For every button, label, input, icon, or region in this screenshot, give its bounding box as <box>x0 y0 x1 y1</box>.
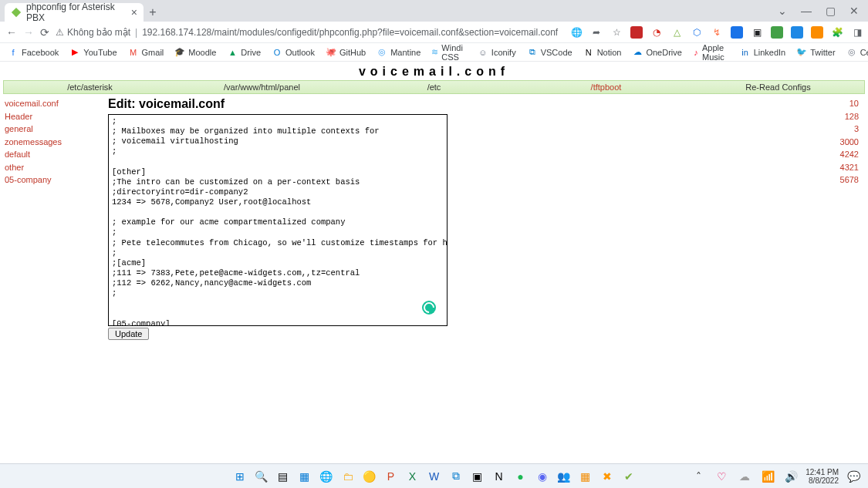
bookmark-item[interactable]: ◎Centered <box>846 47 868 58</box>
bookmark-label: Mantine <box>390 48 420 57</box>
bookmark-item[interactable]: ▶YouTube <box>69 47 117 58</box>
warning-icon: ⚠ <box>56 27 64 38</box>
bookmark-item[interactable]: ♪Apple Music <box>693 43 729 62</box>
bookmark-item[interactable]: 🎓Moodle <box>174 47 216 58</box>
window-minimize-icon[interactable]: — <box>801 5 812 17</box>
bookmark-icon: ⧉ <box>527 47 538 58</box>
bookmark-icon: 🎓 <box>174 47 185 58</box>
bookmark-label: Centered <box>860 48 868 57</box>
browser-tab-strip: phpconfig for Asterisk PBX × + ⌄ — ▢ ✕ <box>0 0 868 22</box>
section-link[interactable]: voicemail.conf <box>5 97 105 110</box>
line-link[interactable]: 4321 <box>817 161 859 174</box>
bookmark-icon: ☺ <box>478 47 488 58</box>
line-link[interactable]: 10 <box>817 97 859 110</box>
ext-icon[interactable] <box>811 26 823 39</box>
nav-path-link[interactable]: /tftpboot <box>520 82 692 92</box>
bookmark-label: Windi CSS <box>441 43 467 62</box>
tab-title: phpconfig for Asterisk PBX <box>26 2 127 23</box>
bookmark-item[interactable]: ⧉VSCode <box>527 47 572 58</box>
bookmark-label: OneDrive <box>646 48 681 57</box>
section-link[interactable]: default <box>5 148 105 161</box>
edit-heading: Edit: voicemail.conf <box>108 97 817 111</box>
ext-icon[interactable]: ▣ <box>751 26 763 39</box>
nav-path-link[interactable]: /etc/asterisk <box>4 82 176 92</box>
bookmark-label: Notion <box>597 48 622 57</box>
bookmark-icon: ≋ <box>431 47 438 58</box>
section-list: voicemail.confHeadergeneralzonemessagesd… <box>5 97 105 340</box>
nav-forward-icon[interactable]: → <box>23 26 34 39</box>
bookmark-icon: ▲ <box>227 47 238 58</box>
bookmark-item[interactable]: MGmail <box>128 47 164 58</box>
bookmark-item[interactable]: ☺Iconify <box>478 47 516 58</box>
window-maximize-icon[interactable]: ▢ <box>826 5 836 17</box>
nav-path-link[interactable]: /etc <box>348 82 520 92</box>
bookmark-item[interactable]: 🐙GitHub <box>326 47 366 58</box>
security-indicator[interactable]: ⚠ Không bảo mật <box>56 27 130 38</box>
bookmark-item[interactable]: OOutlook <box>272 47 315 58</box>
tab-favicon <box>11 7 22 18</box>
bookmark-icon: ☁ <box>632 47 643 58</box>
security-label: Không bảo mật <box>67 27 130 38</box>
ext-icon[interactable]: △ <box>670 26 683 39</box>
bookmark-label: Twitter <box>810 48 835 57</box>
section-link[interactable]: other <box>5 161 105 174</box>
update-button[interactable]: Update <box>108 328 149 340</box>
bookmark-item[interactable]: inLinkedIn <box>740 47 786 58</box>
bookmark-star-icon[interactable]: ☆ <box>610 26 623 39</box>
ext-icon[interactable] <box>791 26 803 39</box>
line-link[interactable]: 128 <box>817 110 859 123</box>
bookmark-item[interactable]: NNotion <box>583 47 622 58</box>
line-link[interactable]: 3 <box>817 123 859 136</box>
share-icon[interactable]: ➦ <box>590 26 603 39</box>
nav-path-link[interactable]: Re-Read Configs <box>692 82 864 92</box>
bookmark-icon: f <box>8 47 19 58</box>
bookmark-item[interactable]: 🐦Twitter <box>796 47 835 58</box>
extensions-icon[interactable]: 🧩 <box>831 26 843 39</box>
line-link[interactable]: 4242 <box>817 148 859 161</box>
bookmark-icon: ▶ <box>69 47 80 58</box>
bookmark-label: LinkedIn <box>754 48 786 57</box>
section-link[interactable]: Header <box>5 110 105 123</box>
bookmark-item[interactable]: ≋Windi CSS <box>431 43 467 62</box>
translate-icon[interactable]: 🌐 <box>570 26 583 39</box>
bookmark-icon: 🐦 <box>796 47 807 58</box>
nav-path-link[interactable]: /var/www/html/panel <box>176 82 348 92</box>
window-close-icon[interactable]: ✕ <box>849 5 859 17</box>
section-link[interactable]: general <box>5 123 105 136</box>
bookmark-label: Iconify <box>491 48 516 57</box>
grammarly-icon[interactable] <box>422 301 436 315</box>
section-link[interactable]: 05-company <box>5 173 105 187</box>
bookmark-item[interactable]: fFacebook <box>8 47 59 58</box>
browser-tab[interactable]: phpconfig for Asterisk PBX × <box>5 3 144 22</box>
ext-icon[interactable] <box>731 26 743 39</box>
new-tab-button[interactable]: + <box>144 3 162 22</box>
nav-back-icon[interactable]: ← <box>6 26 17 39</box>
editor-container: ; ; Mailboxes may be organized into mult… <box>108 114 448 326</box>
section-link[interactable]: zonemessages <box>5 136 105 149</box>
bookmark-item[interactable]: ☁OneDrive <box>632 47 681 58</box>
config-editor[interactable]: ; ; Mailboxes may be organized into mult… <box>109 115 447 325</box>
ext-icon[interactable] <box>771 26 783 39</box>
nav-reload-icon[interactable]: ⟳ <box>40 26 49 39</box>
line-link[interactable]: 5678 <box>817 173 859 187</box>
bookmark-icon: 🐙 <box>326 47 336 58</box>
address-bar[interactable]: ⚠ Không bảo mật | 192.168.174.128/maint/… <box>56 27 558 38</box>
window-dropdown-icon[interactable]: ⌄ <box>778 5 787 17</box>
ext-icon[interactable]: ⬡ <box>691 26 703 39</box>
ext-icon[interactable]: ↯ <box>711 26 723 39</box>
bookmark-label: Outlook <box>285 48 315 57</box>
side-panel-icon[interactable]: ◨ <box>851 26 863 39</box>
bookmark-icon: ◎ <box>377 47 387 58</box>
directory-nav: /etc/asterisk/var/www/html/panel/etc/tft… <box>3 80 865 94</box>
close-tab-icon[interactable]: × <box>131 7 137 18</box>
line-link[interactable]: 3000 <box>817 136 859 149</box>
bookmark-icon: N <box>583 47 594 58</box>
bookmark-item[interactable]: ▲Drive <box>227 47 261 58</box>
svg-marker-0 <box>12 8 21 17</box>
bookmark-icon: O <box>272 47 282 58</box>
bookmark-item[interactable]: ◎Mantine <box>377 47 420 58</box>
ext-icon[interactable]: ◔ <box>650 26 663 39</box>
bookmark-label: GitHub <box>339 48 366 57</box>
url-text: 192.168.174.128/maint/modules/configedit… <box>142 27 558 38</box>
ext-icon[interactable] <box>630 26 643 39</box>
